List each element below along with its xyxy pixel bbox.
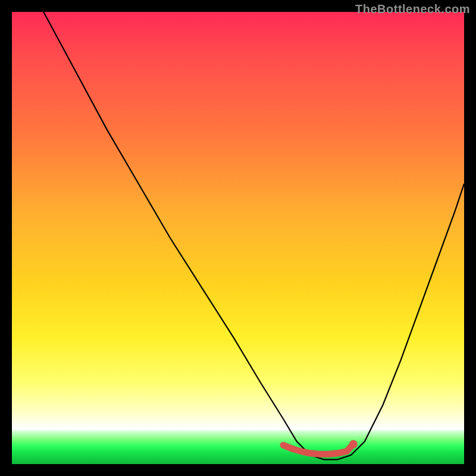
watermark-text: TheBottleneck.com — [355, 2, 470, 16]
curve-layer — [12, 12, 464, 464]
bottleneck-curve-path — [12, 12, 464, 459]
optimal-zone-end-dot — [349, 440, 358, 449]
plot-area — [12, 12, 464, 464]
chart-frame: TheBottleneck.com — [0, 0, 476, 476]
optimal-zone-marker-path — [283, 444, 353, 455]
